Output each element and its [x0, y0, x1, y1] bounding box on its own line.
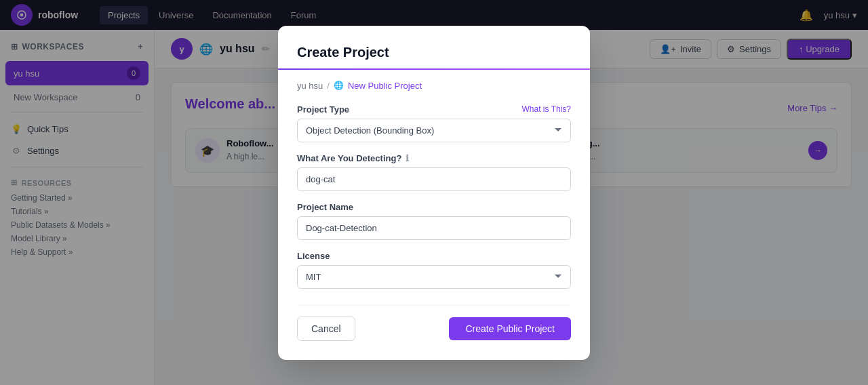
create-project-modal: Create Project yu hsu / 🌐 New Public Pro… [278, 26, 590, 360]
modal-overlay[interactable]: Create Project yu hsu / 🌐 New Public Pro… [0, 0, 868, 385]
detecting-field: What Are You Detecting? ℹ [297, 153, 571, 191]
project-name-field: Project Name [297, 202, 571, 240]
project-type-header: Project Type What is This? [297, 104, 571, 115]
modal-title: Create Project [297, 45, 571, 60]
breadcrumb-globe-icon: 🌐 [334, 81, 344, 90]
project-name-input[interactable] [297, 216, 571, 240]
detecting-label: What Are You Detecting? ℹ [297, 153, 409, 163]
project-type-label: Project Type [297, 104, 349, 115]
cancel-button[interactable]: Cancel [297, 317, 355, 341]
detecting-input[interactable] [297, 167, 571, 191]
modal-breadcrumb: yu hsu / 🌐 New Public Project [297, 81, 571, 91]
license-field: License MITApache 2.0GPLCC BY 4.0 [297, 251, 571, 289]
project-name-label: Project Name [297, 202, 571, 212]
project-type-select[interactable]: Object Detection (Bounding Box)Classific… [297, 119, 571, 142]
create-project-button[interactable]: Create Public Project [449, 317, 571, 340]
modal-footer: Cancel Create Public Project [297, 305, 571, 341]
license-select[interactable]: MITApache 2.0GPLCC BY 4.0 [297, 265, 571, 289]
breadcrumb-user: yu hsu [297, 81, 323, 91]
detecting-info-icon[interactable]: ℹ [406, 153, 409, 163]
breadcrumb-separator: / [327, 81, 330, 91]
project-type-field: Project Type What is This? Object Detect… [297, 104, 571, 142]
detecting-header: What Are You Detecting? ℹ [297, 153, 571, 163]
what-is-this-link[interactable]: What is This? [522, 104, 571, 114]
license-label: License [297, 251, 571, 261]
modal-divider [278, 68, 590, 70]
breadcrumb-current: New Public Project [348, 81, 422, 91]
